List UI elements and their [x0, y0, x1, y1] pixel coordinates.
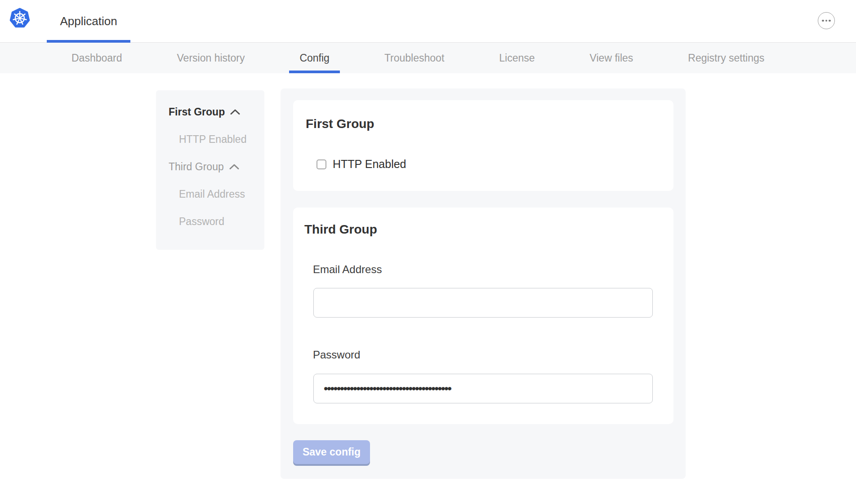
config-nav-item-password[interactable]: Password	[156, 212, 264, 231]
http-enabled-label: HTTP Enabled	[333, 158, 406, 171]
config-nav-group-first-group[interactable]: First Group	[156, 102, 264, 121]
config-nav-group-third-group[interactable]: Third Group	[156, 157, 264, 176]
config-content-panel: First Group HTTP Enabled Third Group Ema…	[281, 88, 686, 479]
http-enabled-checkbox-row[interactable]: HTTP Enabled	[317, 158, 661, 171]
app-header: Application	[0, 0, 856, 43]
email-address-field[interactable]	[313, 288, 653, 318]
config-group-card-third-group: Third Group Email Address Password	[293, 208, 673, 424]
more-options-button[interactable]	[818, 12, 835, 29]
chevron-up-icon[interactable]	[229, 164, 239, 170]
tab-registry-settings[interactable]: Registry settings	[678, 43, 775, 73]
config-nav-item-http-enabled[interactable]: HTTP Enabled	[156, 130, 264, 149]
email-address-label: Email Address	[313, 264, 661, 275]
config-group-card-first-group: First Group HTTP Enabled	[293, 100, 673, 191]
tab-dashboard[interactable]: Dashboard	[61, 43, 133, 73]
tab-license[interactable]: License	[489, 43, 545, 73]
config-sidebar: First Group HTTP Enabled Third Group Ema…	[156, 90, 264, 250]
tab-view-files[interactable]: View files	[580, 43, 644, 73]
chevron-up-icon[interactable]	[230, 109, 240, 115]
password-label: Password	[313, 349, 661, 360]
active-tab-underline	[47, 40, 130, 43]
kubernetes-logo-icon	[9, 7, 31, 29]
tab-troubleshoot[interactable]: Troubleshoot	[374, 43, 455, 73]
ellipsis-icon	[822, 20, 824, 22]
app-nav-tabs: Dashboard Version history Config Trouble…	[0, 43, 856, 73]
tab-version-history[interactable]: Version history	[167, 43, 255, 73]
active-tab-underline	[289, 71, 339, 73]
group-title: Third Group	[304, 222, 661, 237]
group-title: First Group	[306, 116, 661, 132]
tab-application[interactable]: Application	[47, 0, 130, 42]
tab-application-label: Application	[60, 14, 117, 28]
tab-config[interactable]: Config	[289, 43, 339, 73]
http-enabled-checkbox[interactable]	[317, 159, 326, 169]
password-field[interactable]	[313, 374, 653, 403]
save-config-button[interactable]: Save config	[293, 440, 370, 464]
config-nav-item-email-address[interactable]: Email Address	[156, 185, 264, 203]
